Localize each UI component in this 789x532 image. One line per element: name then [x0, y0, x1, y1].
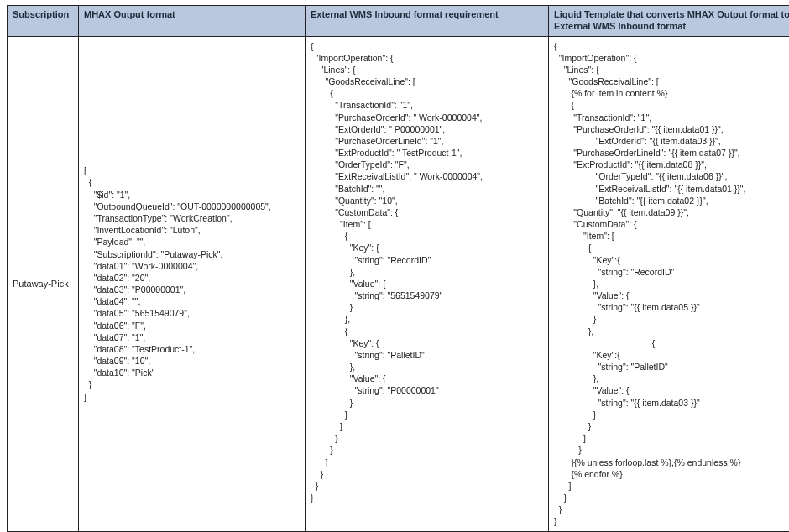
header-row: Subscription MHAX Output format External… — [8, 6, 790, 37]
header-liquid: Liquid Template that converts MHAX Outpu… — [549, 6, 790, 37]
conversion-table: Subscription MHAX Output format External… — [7, 5, 789, 532]
cell-mhax: [ { "$id": "1", "OutboundQueueId": "OUT-… — [79, 36, 306, 531]
header-subscription: Subscription — [8, 6, 79, 37]
cell-subscription: Putaway-Pick — [8, 36, 79, 531]
cell-external: { "ImportOperation": { "Lines": { "Goods… — [306, 36, 549, 531]
external-json: { "ImportOperation": { "Lines": { "Goods… — [311, 40, 543, 504]
table-row: Putaway-Pick [ { "$id": "1", "OutboundQu… — [8, 36, 790, 531]
liquid-template: { "ImportOperation": { "Lines": { "Goods… — [554, 40, 789, 528]
mhax-json: [ { "$id": "1", "OutboundQueueId": "OUT-… — [84, 164, 300, 402]
header-external: External WMS Inbound format requirement — [306, 6, 549, 37]
cell-liquid: { "ImportOperation": { "Lines": { "Goods… — [549, 36, 790, 531]
header-mhax: MHAX Output format — [79, 6, 306, 37]
